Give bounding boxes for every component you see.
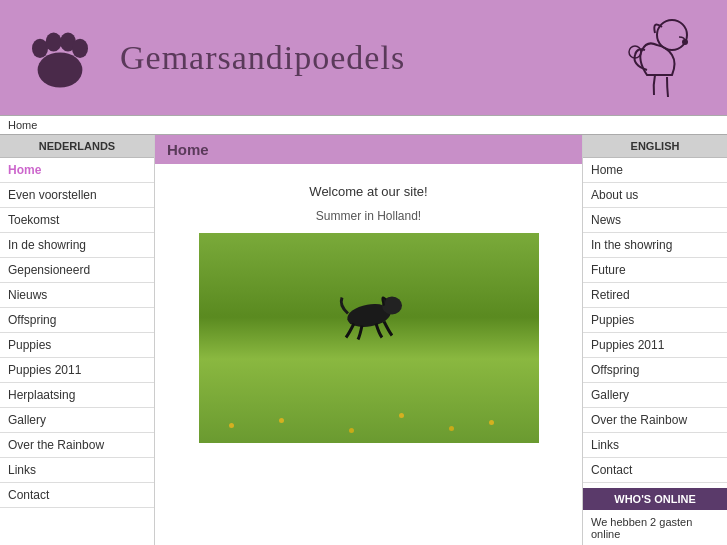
sidebar-item-over-the-rainbow[interactable]: Over the Rainbow — [0, 433, 154, 458]
left-sidebar-header: NEDERLANDS — [0, 135, 154, 158]
site-header: Gemarsandipoedels — [0, 0, 727, 115]
main-layout: NEDERLANDS Home Even voorstellen Toekoms… — [0, 135, 727, 545]
svg-point-5 — [657, 20, 687, 50]
svg-point-0 — [38, 52, 83, 87]
sidebar-item-puppies-2011[interactable]: Puppies 2011 — [0, 358, 154, 383]
sidebar-item-contact[interactable]: Contact — [0, 483, 154, 508]
dog-photo — [199, 233, 539, 443]
svg-point-4 — [72, 38, 88, 57]
svg-point-2 — [46, 32, 62, 51]
right-sidebar-item-gallery[interactable]: Gallery — [583, 383, 727, 408]
sidebar-item-gallery[interactable]: Gallery — [0, 408, 154, 433]
left-sidebar: NEDERLANDS Home Even voorstellen Toekoms… — [0, 135, 155, 545]
right-sidebar: ENGLISH Home About us News In the showri… — [582, 135, 727, 545]
sidebar-item-even-voorstellen[interactable]: Even voorstellen — [0, 183, 154, 208]
right-sidebar-item-offspring[interactable]: Offspring — [583, 358, 727, 383]
right-sidebar-item-over-the-rainbow[interactable]: Over the Rainbow — [583, 408, 727, 433]
sidebar-item-links[interactable]: Links — [0, 458, 154, 483]
site-title: Gemarsandipoedels — [120, 39, 405, 77]
right-sidebar-item-news[interactable]: News — [583, 208, 727, 233]
right-sidebar-item-links[interactable]: Links — [583, 433, 727, 458]
right-sidebar-item-future[interactable]: Future — [583, 258, 727, 283]
sidebar-item-offspring[interactable]: Offspring — [0, 308, 154, 333]
sidebar-item-home[interactable]: Home — [0, 158, 154, 183]
right-sidebar-item-about-us[interactable]: About us — [583, 183, 727, 208]
dog-sketch-icon — [617, 5, 707, 110]
sidebar-item-toekomst[interactable]: Toekomst — [0, 208, 154, 233]
right-sidebar-item-in-the-showring[interactable]: In the showring — [583, 233, 727, 258]
page-title: Home — [155, 135, 582, 164]
right-sidebar-item-puppies-2011[interactable]: Puppies 2011 — [583, 333, 727, 358]
paw-icon — [20, 18, 100, 98]
svg-point-6 — [682, 39, 688, 45]
sidebar-item-nieuws[interactable]: Nieuws — [0, 283, 154, 308]
dog-running-silhouette — [324, 285, 414, 340]
sidebar-item-puppies[interactable]: Puppies — [0, 333, 154, 358]
welcome-text: Welcome at our site! — [155, 174, 582, 209]
svg-point-1 — [32, 38, 48, 57]
who-online-text: We hebben 2 gasten online — [583, 510, 727, 545]
sidebar-item-herplaatsing[interactable]: Herplaatsing — [0, 383, 154, 408]
who-online-header: WHO'S ONLINE — [583, 488, 727, 510]
center-content: Home Welcome at our site! Summer in Holl… — [155, 135, 582, 545]
sidebar-item-in-de-showring[interactable]: In de showring — [0, 233, 154, 258]
right-sidebar-item-home[interactable]: Home — [583, 158, 727, 183]
right-sidebar-header: ENGLISH — [583, 135, 727, 158]
summer-text: Summer in Holland! — [155, 209, 582, 223]
right-sidebar-item-puppies[interactable]: Puppies — [583, 308, 727, 333]
right-sidebar-item-contact[interactable]: Contact — [583, 458, 727, 483]
sidebar-item-gepensioneerd[interactable]: Gepensioneerd — [0, 258, 154, 283]
breadcrumb: Home — [0, 115, 727, 135]
right-sidebar-item-retired[interactable]: Retired — [583, 283, 727, 308]
